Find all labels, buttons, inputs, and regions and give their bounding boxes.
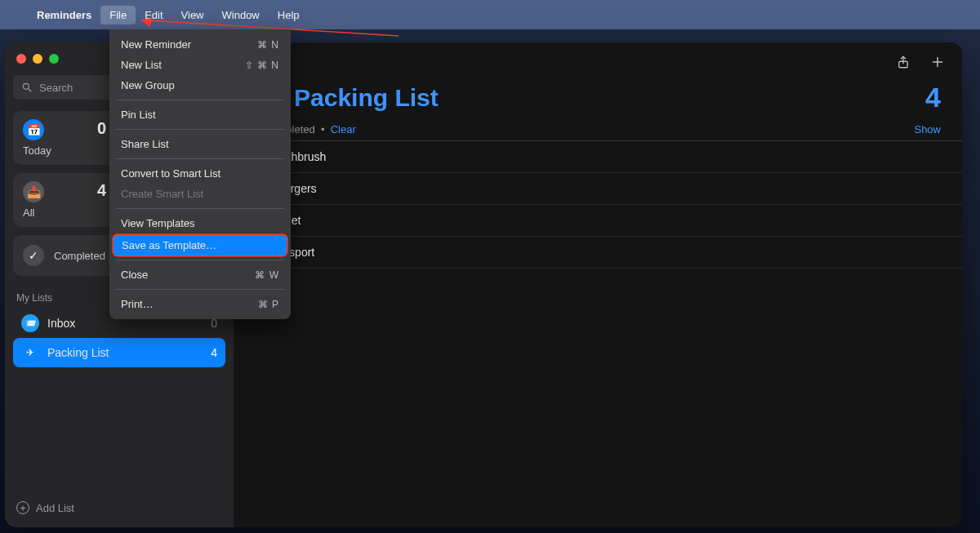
- minimize-window-button[interactable]: [33, 54, 42, 64]
- reminder-item[interactable]: Wallet: [234, 205, 962, 237]
- menu-item-new-list[interactable]: New List⇧ ⌘ N: [109, 55, 291, 75]
- clear-completed-button[interactable]: Clear: [331, 123, 356, 135]
- menu-item-share-list[interactable]: Share List: [109, 134, 291, 154]
- menubar-view[interactable]: View: [172, 6, 213, 24]
- menu-item-new-group[interactable]: New Group: [109, 75, 291, 95]
- close-window-button[interactable]: [16, 54, 26, 64]
- tile-today[interactable]: 📅 0 Today: [13, 111, 116, 165]
- share-icon[interactable]: [895, 54, 911, 70]
- menu-item-pin-list[interactable]: Pin List: [109, 104, 291, 125]
- toolbar: [234, 42, 962, 82]
- menu-item-close[interactable]: Close⌘ W: [109, 264, 291, 285]
- menu-item-save-as-template[interactable]: Save as Template…: [114, 235, 287, 255]
- sidebar-list-packing[interactable]: ✈ Packing List 4: [13, 338, 225, 367]
- sidebar-list-packing-label: Packing List: [47, 346, 109, 359]
- check-icon: ✓: [23, 245, 44, 266]
- tray-icon: 📥: [23, 181, 44, 202]
- search-placeholder: Search: [39, 82, 73, 94]
- svg-point-2: [23, 83, 29, 89]
- reminder-item[interactable]: Passport: [234, 237, 962, 269]
- menubar-edit[interactable]: Edit: [136, 6, 172, 24]
- calendar-icon: 📅: [23, 119, 44, 140]
- menu-separator: [116, 260, 284, 260]
- menu-item-create-smart-list: Create Smart List: [109, 184, 291, 204]
- menu-separator: [116, 129, 284, 130]
- list-count: 4: [925, 82, 941, 113]
- sidebar-list-packing-count: 4: [211, 346, 217, 359]
- tile-all-label: All: [23, 207, 106, 219]
- plus-icon: +: [16, 501, 29, 514]
- tile-all[interactable]: 📥 4 All: [13, 173, 116, 227]
- reminder-item[interactable]: Chargers: [234, 173, 962, 205]
- inbox-icon: 📨: [21, 314, 39, 332]
- add-list-label: Add List: [36, 502, 74, 514]
- reminder-item[interactable]: Toothbrush: [234, 141, 962, 173]
- show-completed-button[interactable]: Show: [914, 123, 941, 135]
- menubar-file[interactable]: File: [100, 6, 136, 24]
- list-title: Packing List: [294, 84, 439, 112]
- airplane-icon: ✈: [21, 344, 39, 362]
- menu-item-view-templates[interactable]: View Templates: [109, 213, 291, 233]
- menu-item-print[interactable]: Print…⌘ P: [109, 294, 291, 314]
- search-icon: [21, 82, 33, 93]
- tile-today-label: Today: [23, 144, 106, 157]
- file-menu-dropdown: New Reminder⌘ NNew List⇧ ⌘ NNew GroupPin…: [109, 29, 291, 319]
- menu-item-convert-to-smart-list[interactable]: Convert to Smart List: [109, 163, 291, 184]
- sidebar-list-inbox-label: Inbox: [47, 317, 75, 330]
- svg-line-3: [29, 89, 32, 92]
- menu-separator: [116, 158, 284, 159]
- main-content: Packing List 4 0 Completed • Clear Show …: [234, 42, 962, 527]
- menubar-help[interactable]: Help: [269, 6, 309, 24]
- menu-item-new-reminder[interactable]: New Reminder⌘ N: [109, 34, 291, 55]
- menu-separator: [116, 208, 284, 209]
- menu-separator: [116, 100, 284, 100]
- tile-today-count: 0: [97, 119, 106, 138]
- add-list-button[interactable]: + Add List: [13, 496, 225, 519]
- menubar-app[interactable]: Reminders: [28, 6, 100, 24]
- add-reminder-icon[interactable]: [929, 54, 946, 70]
- tile-all-count: 4: [97, 181, 106, 200]
- menubar: Reminders File Edit View Window Help: [0, 0, 980, 29]
- menubar-window[interactable]: Window: [213, 6, 269, 24]
- menu-separator: [116, 289, 284, 290]
- fullscreen-window-button[interactable]: [49, 54, 59, 64]
